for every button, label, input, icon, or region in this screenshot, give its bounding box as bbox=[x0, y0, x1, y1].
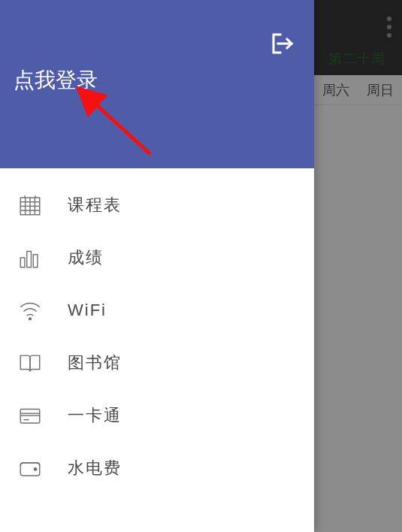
grades-icon bbox=[15, 243, 45, 273]
menu-item-wifi[interactable]: WiFi bbox=[0, 284, 314, 337]
svg-point-18 bbox=[34, 468, 36, 470]
menu-label: 一卡通 bbox=[68, 404, 122, 427]
timetable-icon bbox=[15, 190, 45, 220]
menu-label: WiFi bbox=[68, 301, 107, 320]
logout-button[interactable] bbox=[269, 30, 296, 60]
navigation-drawer: 点我登录 课程表 bbox=[0, 0, 314, 532]
svg-rect-9 bbox=[20, 258, 25, 268]
wifi-icon bbox=[15, 295, 45, 325]
menu-label: 课程表 bbox=[68, 194, 122, 216]
svg-rect-10 bbox=[27, 252, 32, 268]
svg-rect-13 bbox=[20, 410, 40, 423]
menu-item-utilities[interactable]: 水电费 bbox=[0, 442, 314, 494]
menu-label: 成绩 bbox=[68, 246, 104, 269]
menu-label: 图书馆 bbox=[68, 352, 122, 374]
svg-point-12 bbox=[29, 318, 32, 320]
logout-icon bbox=[269, 30, 296, 57]
drawer-header: 点我登录 bbox=[0, 0, 314, 168]
menu-item-card[interactable]: 一卡通 bbox=[0, 389, 314, 442]
svg-rect-11 bbox=[33, 255, 38, 268]
menu-item-timetable[interactable]: 课程表 bbox=[0, 179, 314, 231]
drawer-menu: 课程表 成绩 WiFi bbox=[0, 168, 314, 494]
menu-label: 水电费 bbox=[68, 457, 122, 479]
card-icon bbox=[15, 401, 45, 431]
menu-item-grades[interactable]: 成绩 bbox=[0, 231, 314, 284]
utilities-icon bbox=[15, 453, 45, 483]
library-icon bbox=[15, 348, 45, 378]
login-prompt[interactable]: 点我登录 bbox=[14, 66, 98, 95]
menu-item-library[interactable]: 图书馆 bbox=[0, 337, 314, 389]
